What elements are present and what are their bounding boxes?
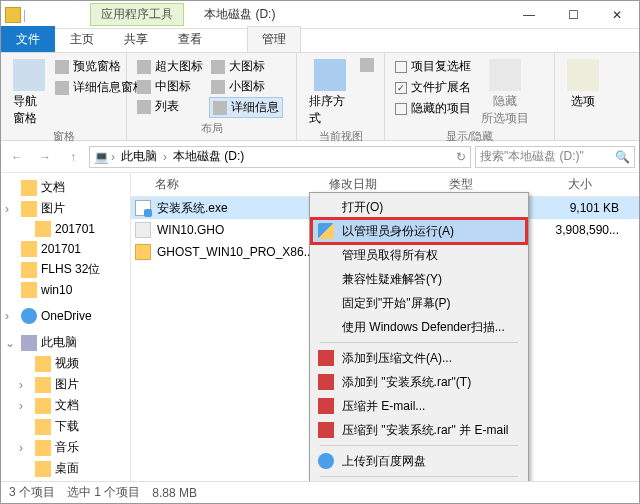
- tab-share[interactable]: 共享: [109, 26, 163, 52]
- onedrive-icon: [21, 308, 37, 324]
- group-view-label: 当前视图: [305, 129, 376, 144]
- folder-icon: [5, 7, 21, 23]
- folder-icon: [35, 398, 51, 414]
- forward-button[interactable]: →: [33, 145, 57, 169]
- nav-flhs[interactable]: FLHS 32位: [1, 259, 130, 280]
- nav-201701[interactable]: 201701: [1, 219, 130, 239]
- up-button[interactable]: ↑: [61, 145, 85, 169]
- separator: [320, 342, 518, 343]
- nav-docs[interactable]: 文档: [1, 177, 130, 198]
- nav-docs2[interactable]: ›文档: [1, 395, 130, 416]
- list-icon: [137, 100, 151, 114]
- window-title: 本地磁盘 (D:): [204, 6, 275, 23]
- ctx-email[interactable]: 压缩并 E-mail...: [312, 394, 526, 418]
- nav-win10[interactable]: win10: [1, 280, 130, 300]
- nav-video[interactable]: 视频: [1, 353, 130, 374]
- sort-button[interactable]: 排序方式: [305, 57, 354, 129]
- xl-icon: [137, 60, 151, 74]
- ctx-add-rar[interactable]: 添加到 "安装系统.rar"(T): [312, 370, 526, 394]
- ribbon-tabs: 文件 主页 共享 查看 管理: [1, 29, 639, 53]
- maximize-button[interactable]: ☐: [551, 1, 595, 29]
- folder-icon: [135, 244, 151, 260]
- ctx-run-as-admin[interactable]: 以管理员身份运行(A): [312, 219, 526, 243]
- ctx-rar-email[interactable]: 压缩到 "安装系统.rar" 并 E-mail: [312, 418, 526, 442]
- nav-pane-label: 导航窗格: [13, 93, 45, 127]
- item-checkboxes[interactable]: 项目复选框: [393, 57, 473, 76]
- file-ext-check[interactable]: ✓文件扩展名: [393, 78, 473, 97]
- shield-icon: [318, 223, 334, 239]
- group-pane-label: 窗格: [9, 129, 118, 144]
- options-icon: [567, 59, 599, 91]
- address-bar-row: ← → ↑ 💻 › 此电脑 › 本地磁盘 (D:) ↻ 搜索"本地磁盘 (D:)…: [1, 141, 639, 173]
- m-icon: [137, 80, 151, 94]
- xl-icons-button[interactable]: 超大图标: [135, 57, 205, 76]
- m-icons-button[interactable]: 中图标: [135, 77, 205, 96]
- pc-icon: 💻: [94, 150, 109, 164]
- details-view-button[interactable]: 详细信息: [209, 97, 283, 118]
- ctx-admin-ownership[interactable]: 管理员取得所有权: [312, 243, 526, 267]
- nav-this-pc[interactable]: ⌄此电脑: [1, 332, 130, 353]
- hide-icon: [489, 59, 521, 91]
- status-size: 8.88 MB: [152, 486, 197, 500]
- hidden-items-check[interactable]: 隐藏的项目: [393, 99, 473, 118]
- close-button[interactable]: ✕: [595, 1, 639, 29]
- file-name: WIN10.GHO: [157, 223, 327, 237]
- l-icons-button[interactable]: 大图标: [209, 57, 283, 76]
- nav-201701b[interactable]: 201701: [1, 239, 130, 259]
- status-bar: 3 个项目 选中 1 个项目 8.88 MB: [1, 481, 639, 503]
- tab-file[interactable]: 文件: [1, 26, 55, 52]
- qat-sep: |: [23, 8, 26, 22]
- ctx-pin-start[interactable]: 固定到"开始"屏幕(P): [312, 291, 526, 315]
- nav-pics2[interactable]: ›图片: [1, 374, 130, 395]
- ctx-add-archive[interactable]: 添加到压缩文件(A)...: [312, 346, 526, 370]
- ctx-baidu[interactable]: 上传到百度网盘: [312, 449, 526, 473]
- tab-manage[interactable]: 管理: [247, 26, 301, 52]
- detail-icon: [213, 101, 227, 115]
- col-type[interactable]: 类型: [441, 176, 521, 193]
- options-button[interactable]: 选项: [563, 57, 603, 112]
- minimize-button[interactable]: —: [507, 1, 551, 29]
- nav-music[interactable]: ›音乐: [1, 437, 130, 458]
- crumb-this-pc[interactable]: 此电脑: [117, 148, 161, 165]
- address-bar[interactable]: 💻 › 此电脑 › 本地磁盘 (D:) ↻: [89, 146, 471, 168]
- nav-pane-button[interactable]: 导航窗格: [9, 57, 49, 129]
- nav-pane-icon: [13, 59, 45, 91]
- back-button[interactable]: ←: [5, 145, 29, 169]
- col-date[interactable]: 修改日期: [321, 176, 441, 193]
- col-size[interactable]: 大小: [521, 176, 601, 193]
- search-box[interactable]: 搜索"本地磁盘 (D:)" 🔍: [475, 146, 635, 168]
- nav-onedrive[interactable]: ›OneDrive: [1, 306, 130, 326]
- preview-icon: [55, 60, 69, 74]
- exe-icon: [135, 200, 151, 216]
- qat: |: [1, 7, 30, 23]
- group-layout-label: 布局: [135, 121, 288, 136]
- add-cols-button[interactable]: [358, 57, 376, 73]
- rar-icon: [318, 350, 334, 366]
- title-bar: | 应用程序工具 本地磁盘 (D:) — ☐ ✕: [1, 1, 639, 29]
- folder-icon: [35, 461, 51, 477]
- list-button[interactable]: 列表: [135, 97, 205, 116]
- rar-icon: [318, 422, 334, 438]
- tab-view[interactable]: 查看: [163, 26, 217, 52]
- checkbox-icon: [395, 61, 407, 73]
- ctx-defender[interactable]: 使用 Windows Defender扫描...: [312, 315, 526, 339]
- col-name[interactable]: 名称: [131, 176, 321, 193]
- nav-downloads[interactable]: 下载: [1, 416, 130, 437]
- s-icons-button[interactable]: 小图标: [209, 77, 283, 96]
- nav-pics[interactable]: ›图片: [1, 198, 130, 219]
- nav-tree[interactable]: 文档 ›图片 201701 201701 FLHS 32位 win10 ›One…: [1, 173, 131, 485]
- checkbox-icon: ✓: [395, 82, 407, 94]
- chevron-icon: ›: [163, 150, 167, 164]
- hide-selected-button[interactable]: 隐藏 所选项目: [477, 57, 533, 129]
- crumb-drive[interactable]: 本地磁盘 (D:): [169, 148, 248, 165]
- cols-icon: [360, 58, 374, 72]
- tab-home[interactable]: 主页: [55, 26, 109, 52]
- nav-desktop[interactable]: 桌面: [1, 458, 130, 479]
- refresh-icon[interactable]: ↻: [456, 150, 466, 164]
- ctx-open[interactable]: 打开(O): [312, 195, 526, 219]
- file-name: 安装系统.exe: [157, 200, 327, 217]
- details-icon: [55, 81, 69, 95]
- ctx-compat[interactable]: 兼容性疑难解答(Y): [312, 267, 526, 291]
- separator: [320, 445, 518, 446]
- sort-label: 排序方式: [309, 93, 350, 127]
